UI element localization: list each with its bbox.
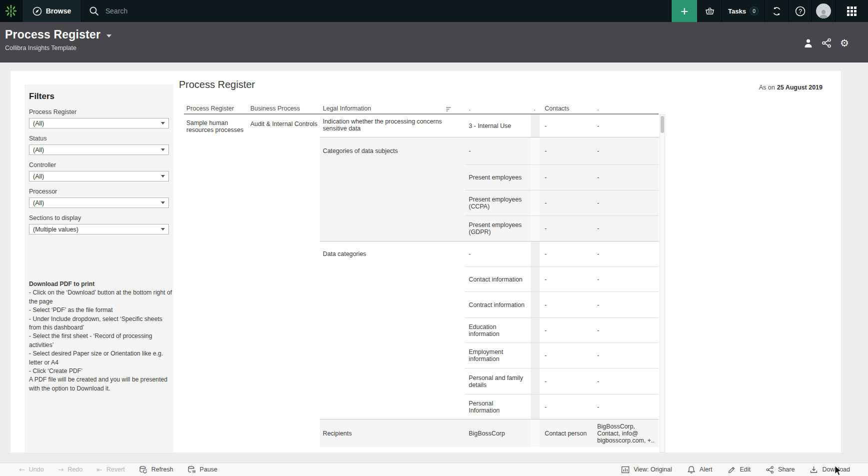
cell-value[interactable]: - xyxy=(540,114,592,137)
cell-legal-information[interactable]: Recipients xyxy=(320,419,465,447)
column-header-dot-1[interactable]: . xyxy=(465,105,531,114)
sort-icon[interactable] xyxy=(446,106,452,112)
process-register-select[interactable]: (All) xyxy=(29,118,169,128)
cell-value[interactable]: - xyxy=(540,164,592,190)
pause-button[interactable]: Pause xyxy=(187,466,217,474)
filters-title: Filters xyxy=(29,92,169,102)
create-button[interactable]: + xyxy=(671,0,697,22)
processor-select[interactable]: (All) xyxy=(29,198,169,208)
table-row-present-employees-gdpr[interactable]: Present employees (GDPR) - - xyxy=(184,216,659,241)
refresh-button[interactable]: Refresh xyxy=(139,466,173,474)
cell-value[interactable]: - xyxy=(540,394,592,419)
table-row-contact-information[interactable]: Contact information - - xyxy=(184,266,659,292)
cell-value[interactable]: - xyxy=(540,137,592,164)
scrollbar-thumb[interactable] xyxy=(661,116,664,133)
redo-button[interactable]: → Redo xyxy=(58,466,83,474)
undo-button[interactable]: ← Undo xyxy=(19,466,44,474)
cell-value[interactable]: - xyxy=(592,292,659,318)
table-row-present-employees[interactable]: Present employees - - xyxy=(184,164,659,190)
search-bar[interactable]: Search xyxy=(81,0,671,22)
column-header-dot-2[interactable]: . xyxy=(592,105,659,114)
cell-value[interactable]: - xyxy=(592,266,659,292)
cell-legal-information[interactable]: Categories of data subjects xyxy=(320,137,465,164)
table-row-present-employees-ccpa[interactable]: Present employees (CCPA) - - xyxy=(184,190,659,216)
cell-process-register[interactable]: Sample human resources processes xyxy=(184,114,249,137)
cell-legal-information[interactable]: Data categories xyxy=(320,241,465,266)
table-row-education-information[interactable]: Education information - - xyxy=(184,318,659,342)
cell-value[interactable]: - xyxy=(592,114,659,137)
cell-value[interactable]: BigBossCorp, Contact, info@ bigbosscorp.… xyxy=(592,419,659,447)
cell-value[interactable]: - xyxy=(592,318,659,342)
cell-value[interactable]: - xyxy=(540,342,592,368)
cell-value[interactable]: 3 - Internal Use xyxy=(465,114,531,137)
cell-value[interactable]: Education information xyxy=(465,318,531,342)
cell-value[interactable]: Contact information xyxy=(465,266,531,292)
column-header-legal-information[interactable]: Legal Information xyxy=(320,105,465,114)
table-row-data-categories[interactable]: Data categories - - - xyxy=(184,241,659,266)
filter-controller: Controller (All) xyxy=(29,162,169,182)
cell-value[interactable]: Contract information xyxy=(465,292,531,318)
controller-select[interactable]: (All) xyxy=(29,171,169,182)
cell-value[interactable]: - xyxy=(592,190,659,216)
cell-value[interactable]: Employment information xyxy=(465,342,531,368)
cell-value[interactable]: Personal Information xyxy=(465,394,531,419)
table-row-recipients[interactable]: Recipients BigBossCorp Contact person Bi… xyxy=(184,419,659,447)
view-original-button[interactable]: View: Original xyxy=(621,466,672,474)
cell-value[interactable]: - xyxy=(465,137,531,164)
cell-value[interactable]: - xyxy=(540,368,592,394)
cell-value[interactable]: - xyxy=(592,368,659,394)
column-header-business-process[interactable]: Business Process xyxy=(249,105,320,114)
cell-value[interactable]: Contact person xyxy=(540,419,592,447)
cell-value[interactable]: - xyxy=(540,266,592,292)
table-row-contract-information[interactable]: Contract information - - xyxy=(184,292,659,318)
settings-button[interactable]: ⚙ xyxy=(840,38,849,48)
download-button[interactable]: Download xyxy=(810,466,850,474)
cell-value[interactable]: - xyxy=(592,164,659,190)
tasks-button[interactable]: Tasks 0 xyxy=(722,0,765,22)
share-button-toolbar[interactable]: Share xyxy=(766,466,795,474)
cell-value[interactable]: - xyxy=(592,394,659,419)
cell-value[interactable]: - xyxy=(465,241,531,266)
edit-button[interactable]: Edit xyxy=(728,466,751,474)
table-row-employment-information[interactable]: Employment information - - xyxy=(184,342,659,368)
column-header-contacts[interactable]: Contacts xyxy=(540,105,592,114)
cell-value[interactable]: - xyxy=(540,318,592,342)
responsibilities-button[interactable] xyxy=(804,38,813,48)
cell-value[interactable]: - xyxy=(540,292,592,318)
table-row-personal-and-family-details[interactable]: Personal and family details - - xyxy=(184,368,659,394)
table-row-personal-information[interactable]: Personal Information - - xyxy=(184,394,659,419)
cell-value[interactable]: - xyxy=(592,216,659,241)
user-menu[interactable] xyxy=(811,0,835,22)
sections-to-display-select[interactable]: (Multiple values) xyxy=(29,224,169,234)
cell-business-process[interactable]: Audit & Internal Controls xyxy=(249,114,320,137)
cell-value[interactable]: - xyxy=(540,190,592,216)
page-body: Filters Process Register (All) Status (A… xyxy=(0,62,868,462)
cell-value[interactable]: Present employees (CCPA) xyxy=(465,190,531,216)
alert-button[interactable]: Alert xyxy=(687,466,713,474)
table-scrollbar[interactable] xyxy=(660,114,665,452)
table-row-sensitive-data[interactable]: Sample human resources processes Audit &… xyxy=(184,114,659,137)
collibra-logo[interactable] xyxy=(0,0,22,22)
help-button[interactable]: ? xyxy=(789,0,811,22)
column-header-process-register[interactable]: Process Register xyxy=(184,105,249,114)
cell-value[interactable]: Present employees (GDPR) xyxy=(465,216,531,241)
cell-value[interactable]: Present employees xyxy=(465,164,531,190)
apps-menu-button[interactable] xyxy=(835,0,868,22)
share-button-header[interactable] xyxy=(822,38,832,48)
cell-value[interactable]: - xyxy=(540,216,592,241)
cell-value[interactable]: - xyxy=(592,241,659,266)
browse-button[interactable]: Browse xyxy=(22,0,81,22)
cell-legal-information[interactable]: Indication whether the processing concer… xyxy=(320,114,465,137)
sync-button[interactable] xyxy=(765,0,789,22)
cell-value[interactable]: Personal and family details xyxy=(465,368,531,394)
title-dropdown-caret-icon[interactable] xyxy=(106,34,111,38)
cell-value[interactable]: BigBossCorp xyxy=(465,419,531,447)
cell-value[interactable]: - xyxy=(540,241,592,266)
basket-button[interactable] xyxy=(697,0,722,22)
revert-button[interactable]: ⇤ Revert xyxy=(96,466,125,474)
column-header-dot-spacer[interactable]: . xyxy=(531,105,540,114)
cell-value[interactable]: - xyxy=(592,342,659,368)
status-select[interactable]: (All) xyxy=(29,144,169,155)
table-row-categories-of-data-subjects[interactable]: Categories of data subjects - - - xyxy=(184,137,659,164)
cell-value[interactable]: - xyxy=(592,137,659,164)
